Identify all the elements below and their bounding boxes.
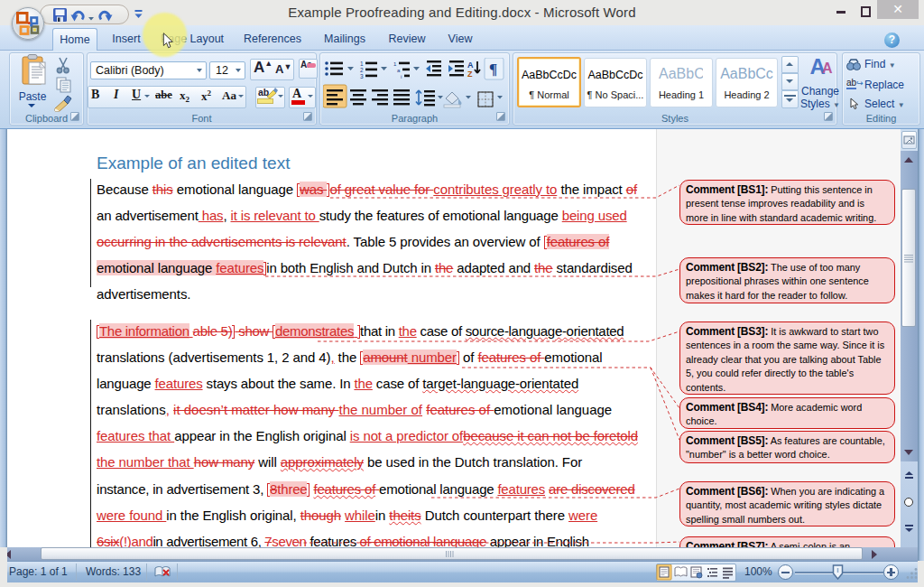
svg-text:1: 1 bbox=[393, 61, 397, 67]
svg-text:¶: ¶ bbox=[489, 61, 497, 78]
svg-text:a: a bbox=[397, 68, 401, 73]
svg-text:i: i bbox=[401, 74, 402, 79]
svg-text:3: 3 bbox=[360, 73, 364, 79]
svg-text:A: A bbox=[467, 61, 474, 70]
svg-text:2: 2 bbox=[360, 67, 364, 73]
svg-text:1: 1 bbox=[360, 61, 364, 67]
svg-text:Z: Z bbox=[467, 70, 473, 79]
